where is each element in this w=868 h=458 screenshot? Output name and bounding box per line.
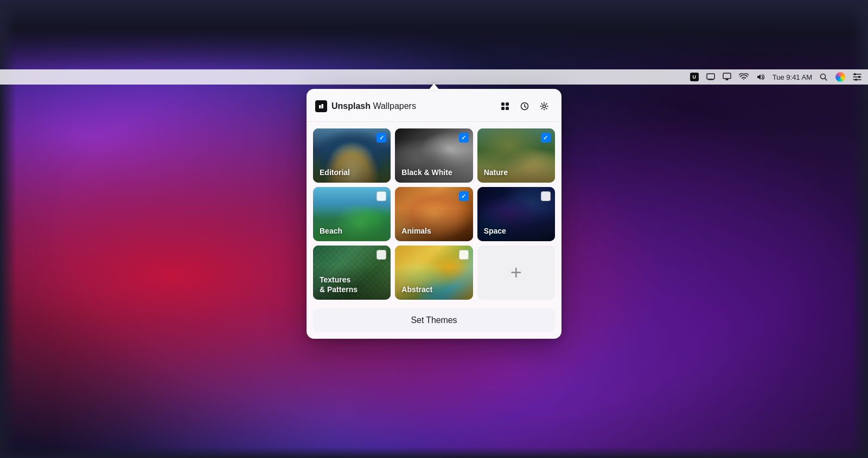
beach-label: Beach (320, 226, 342, 236)
history-button[interactable] (516, 98, 533, 115)
beach-checkbox[interactable] (376, 191, 386, 201)
volume-menu-item[interactable] (756, 73, 765, 81)
grid-item-black-white[interactable]: ✓ Black & White (395, 128, 473, 183)
control-center-menu-item[interactable] (853, 73, 861, 81)
textures-checkbox[interactable] (376, 250, 386, 260)
animals-checkbox[interactable]: ✓ (459, 191, 469, 201)
svg-point-3 (854, 73, 856, 75)
nature-checkbox[interactable]: ✓ (541, 133, 551, 143)
animals-checkmark: ✓ (461, 193, 466, 200)
svg-rect-8 (322, 104, 324, 108)
blackwhite-checkbox[interactable]: ✓ (459, 133, 469, 143)
abstract-checkbox[interactable] (459, 250, 469, 260)
svg-rect-7 (319, 105, 321, 108)
app-title: Unsplash Wallpapers (315, 100, 416, 112)
spotlight-menu-item[interactable] (820, 73, 828, 81)
abstract-label: Abstract (401, 285, 432, 294)
app-name-suffix: Wallpapers (371, 101, 416, 111)
header-actions (496, 98, 553, 115)
svg-rect-9 (501, 102, 505, 106)
nature-checkmark: ✓ (543, 134, 548, 141)
unsplash-wallpapers-popup: Unsplash Wallpapers (307, 89, 561, 339)
siri-menu-item[interactable] (835, 72, 845, 82)
editorial-checkbox[interactable]: ✓ (376, 133, 386, 143)
svg-point-5 (855, 79, 857, 81)
bezel-top (0, 0, 868, 70)
unsplash-tray-icon[interactable]: U (690, 73, 699, 81)
grid-item-editorial[interactable]: ✓ Editorial (313, 128, 391, 183)
space-checkbox[interactable] (541, 191, 551, 201)
app-name-regular: Unsplash (331, 101, 371, 111)
unsplash-logo-icon (315, 100, 327, 112)
svg-rect-12 (506, 107, 509, 110)
animals-label: Animals (401, 226, 431, 236)
menu-bar-items: U (690, 72, 861, 82)
add-icon: + (477, 246, 555, 300)
textures-label: Textures& Patterns (320, 275, 358, 294)
svg-rect-6 (317, 102, 325, 110)
settings-button[interactable] (535, 98, 553, 115)
wifi-menu-item[interactable] (739, 73, 749, 81)
svg-point-4 (858, 76, 860, 78)
grid-item-textures-patterns[interactable]: Textures& Patterns (313, 246, 391, 300)
grid-item-abstract[interactable]: Abstract (395, 246, 473, 300)
bezel-left (0, 0, 16, 458)
grid-view-button[interactable] (496, 98, 514, 115)
editorial-checkmark: ✓ (379, 134, 384, 141)
nature-label: Nature (484, 167, 508, 177)
grid-item-add[interactable]: + (477, 246, 555, 300)
svg-rect-1 (723, 73, 731, 79)
bezel-bottom (0, 447, 868, 458)
set-themes-button[interactable]: Set Themes (313, 308, 555, 332)
blackwhite-label: Black & White (401, 167, 452, 177)
app-name-label: Unsplash Wallpapers (331, 101, 416, 111)
editorial-label: Editorial (320, 167, 350, 177)
svg-rect-11 (501, 107, 505, 110)
grid-item-space[interactable]: Space (477, 187, 555, 241)
screen-mirror-menu-item[interactable] (706, 73, 715, 81)
svg-rect-10 (506, 102, 509, 106)
grid-item-animals[interactable]: ✓ Animals (395, 187, 473, 241)
menu-bar-clock: Tue 9:41 AM (773, 73, 812, 81)
airplay-menu-item[interactable] (723, 73, 731, 81)
popup-arrow (429, 83, 439, 90)
svg-point-14 (543, 105, 546, 108)
grid-item-nature[interactable]: ✓ Nature (477, 128, 555, 183)
bezel-right (852, 0, 868, 458)
popup-header: Unsplash Wallpapers (307, 89, 561, 122)
menu-bar: U (0, 69, 868, 85)
grid-item-beach[interactable]: Beach (313, 187, 391, 241)
blackwhite-checkmark: ✓ (461, 134, 466, 141)
space-label: Space (484, 226, 506, 236)
svg-rect-0 (707, 74, 714, 79)
wallpaper-grid: ✓ Editorial ✓ Black & White ✓ Nature (307, 122, 561, 306)
